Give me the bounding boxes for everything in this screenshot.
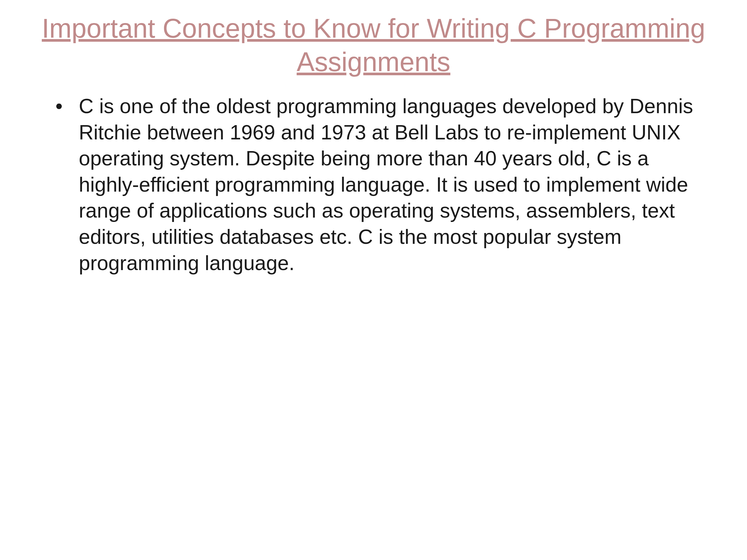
list-item: C is one of the oldest programming langu… [55, 93, 712, 276]
bullet-list: C is one of the oldest programming langu… [35, 93, 712, 276]
slide-title: Important Concepts to Know for Writing C… [35, 12, 712, 79]
